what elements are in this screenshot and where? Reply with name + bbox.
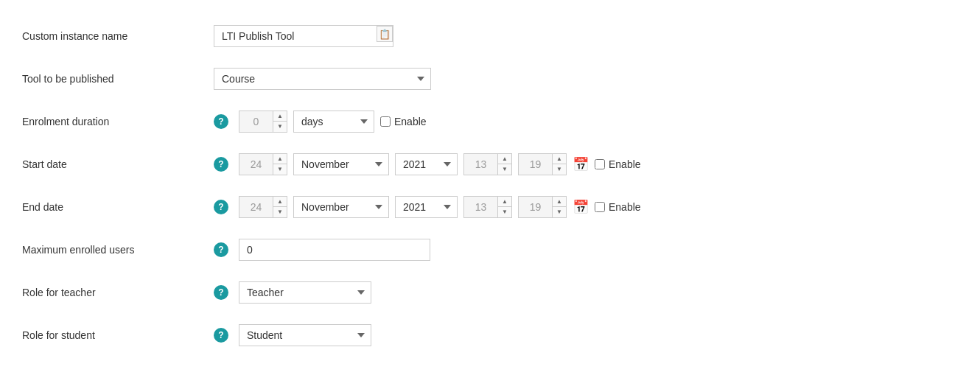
end-day-arrows: ▲ ▼ [273, 197, 287, 217]
end-hour-input[interactable] [464, 197, 497, 217]
end-enable-checkbox[interactable] [595, 202, 605, 212]
start-min-spinner: ▲ ▼ [518, 153, 567, 175]
duration-unit-select[interactable]: days hours minutes [293, 111, 374, 133]
custom-instance-name-controls: LTI Publish Tool 📋 [214, 25, 393, 47]
end-day-up[interactable]: ▲ [273, 197, 287, 207]
max-enrolled-input[interactable] [239, 239, 430, 261]
start-hour-input[interactable] [464, 154, 497, 175]
role-teacher-label: Role for teacher [22, 287, 214, 298]
enrolment-enable-text: Enable [394, 116, 427, 127]
start-date-row: Start date ? ▲ ▼ JanuaryFebruaryMarchApr… [22, 143, 958, 186]
start-min-up[interactable]: ▲ [553, 154, 566, 164]
start-date-controls: ? ▲ ▼ JanuaryFebruaryMarchApril MayJuneJ… [214, 153, 641, 175]
start-year-select[interactable]: 20192020202120222023 [395, 153, 458, 175]
instance-name-wrapper: LTI Publish Tool 📋 [214, 25, 393, 47]
start-day-spinner: ▲ ▼ [239, 153, 287, 175]
role-teacher-select[interactable]: Teacher Student Manager [239, 281, 371, 304]
role-student-help-icon[interactable]: ? [214, 328, 228, 343]
end-date-row: End date ? ▲ ▼ JanuaryFebruaryMarchApril… [22, 186, 958, 228]
start-date-help-icon[interactable]: ? [214, 157, 228, 172]
start-date-label: Start date [22, 158, 214, 170]
end-min-input[interactable] [519, 197, 552, 217]
start-enable-checkbox[interactable] [595, 159, 605, 169]
start-min-arrows: ▲ ▼ [552, 154, 566, 175]
end-day-input[interactable] [239, 197, 273, 217]
end-month-select[interactable]: JanuaryFebruaryMarchApril MayJuneJulyAug… [293, 196, 389, 218]
instance-name-input[interactable]: LTI Publish Tool [214, 26, 377, 46]
end-hour-down[interactable]: ▼ [498, 207, 511, 217]
end-min-arrows: ▲ ▼ [552, 197, 566, 217]
start-min-down[interactable]: ▼ [553, 164, 566, 175]
duration-down-arrow[interactable]: ▼ [273, 122, 287, 132]
role-student-row: Role for student ? Student Teacher Manag… [22, 314, 958, 357]
enrolment-enable-checkbox[interactable] [380, 116, 391, 127]
enrolment-duration-row: Enrolment duration ? ▲ ▼ days hours minu… [22, 100, 958, 143]
end-min-down[interactable]: ▼ [553, 207, 566, 217]
custom-instance-name-label: Custom instance name [22, 30, 214, 42]
enrolment-duration-label: Enrolment duration [22, 116, 214, 127]
role-student-controls: ? Student Teacher Manager [214, 324, 371, 346]
enrolment-enable-label[interactable]: Enable [380, 116, 427, 127]
role-student-select[interactable]: Student Teacher Manager [239, 324, 371, 346]
start-enable-label[interactable]: Enable [595, 158, 641, 170]
start-hour-down[interactable]: ▼ [498, 164, 511, 175]
start-enable-text: Enable [609, 158, 641, 170]
role-student-label: Role for student [22, 329, 214, 341]
start-hour-up[interactable]: ▲ [498, 154, 511, 164]
duration-value-spinner: ▲ ▼ [239, 111, 287, 133]
start-min-input[interactable] [519, 154, 552, 175]
tool-published-label: Tool to be published [22, 73, 214, 85]
start-day-input[interactable] [239, 154, 273, 175]
end-year-select[interactable]: 20192020202120222023 [395, 196, 458, 218]
end-min-spinner: ▲ ▼ [518, 196, 567, 218]
end-day-spinner: ▲ ▼ [239, 196, 287, 218]
end-date-controls: ? ▲ ▼ JanuaryFebruaryMarchApril MayJuneJ… [214, 196, 641, 218]
end-hour-arrows: ▲ ▼ [497, 197, 511, 217]
start-hour-spinner: ▲ ▼ [463, 153, 512, 175]
max-enrolled-help-icon[interactable]: ? [214, 242, 228, 257]
tool-published-controls: Course Activity Module [214, 68, 431, 90]
duration-spinner-arrows: ▲ ▼ [273, 111, 287, 132]
custom-instance-name-row: Custom instance name LTI Publish Tool 📋 [22, 15, 958, 57]
duration-up-arrow[interactable]: ▲ [273, 111, 287, 122]
start-day-down[interactable]: ▼ [273, 164, 287, 175]
role-teacher-controls: ? Teacher Student Manager [214, 281, 371, 304]
role-teacher-row: Role for teacher ? Teacher Student Manag… [22, 271, 958, 314]
max-enrolled-users-controls: ? [214, 239, 430, 261]
end-date-help-icon[interactable]: ? [214, 200, 228, 214]
end-min-up[interactable]: ▲ [553, 197, 566, 207]
enrolment-duration-controls: ? ▲ ▼ days hours minutes Enable [214, 111, 427, 133]
max-enrolled-users-label: Maximum enrolled users [22, 244, 214, 256]
duration-value-input[interactable] [239, 111, 273, 132]
start-hour-arrows: ▲ ▼ [497, 154, 511, 175]
end-calendar-icon[interactable]: 📅 [573, 199, 589, 215]
end-hour-up[interactable]: ▲ [498, 197, 511, 207]
enrolment-duration-help-icon[interactable]: ? [214, 114, 228, 129]
start-month-select[interactable]: JanuaryFebruaryMarchApril MayJuneJulyAug… [293, 153, 389, 175]
start-day-arrows: ▲ ▼ [273, 154, 287, 175]
end-date-label: End date [22, 201, 214, 213]
start-day-up[interactable]: ▲ [273, 154, 287, 164]
end-hour-spinner: ▲ ▼ [463, 196, 512, 218]
end-day-down[interactable]: ▼ [273, 207, 287, 217]
start-calendar-icon[interactable]: 📅 [573, 156, 589, 172]
end-enable-label[interactable]: Enable [595, 201, 641, 213]
tool-published-row: Tool to be published Course Activity Mod… [22, 57, 958, 100]
max-enrolled-users-row: Maximum enrolled users ? [22, 228, 958, 271]
end-enable-text: Enable [609, 201, 641, 213]
role-teacher-help-icon[interactable]: ? [214, 285, 228, 300]
tool-published-select[interactable]: Course Activity Module [214, 68, 431, 90]
book-icon[interactable]: 📋 [377, 26, 393, 42]
